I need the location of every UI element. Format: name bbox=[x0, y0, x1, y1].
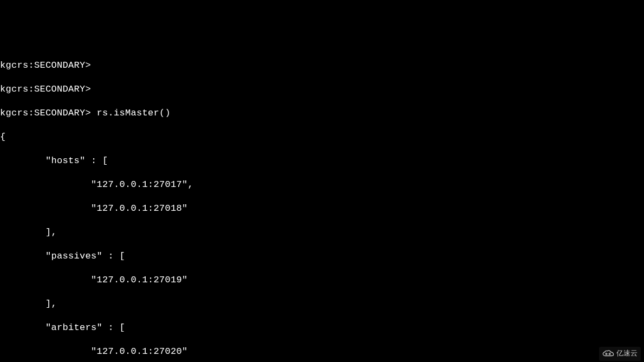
svg-point-1 bbox=[609, 353, 610, 355]
watermark-text: 亿速云 bbox=[616, 348, 638, 360]
cloud-icon bbox=[602, 350, 614, 358]
terminal-output[interactable]: kgcrs:SECONDARY> kgcrs:SECONDARY> kgcrs:… bbox=[0, 48, 644, 362]
terminal-line: "127.0.0.1:27020" bbox=[0, 346, 644, 358]
terminal-line: "127.0.0.1:27018" bbox=[0, 203, 644, 215]
terminal-line: kgcrs:SECONDARY> rs.isMaster() bbox=[0, 107, 644, 119]
terminal-line: "127.0.0.1:27017", bbox=[0, 179, 644, 191]
terminal-line: "hosts" : [ bbox=[0, 155, 644, 167]
terminal-line: "127.0.0.1:27019" bbox=[0, 274, 644, 286]
terminal-line: "arbiters" : [ bbox=[0, 322, 644, 334]
terminal-line: ], bbox=[0, 298, 644, 310]
terminal-line: "passives" : [ bbox=[0, 250, 644, 262]
svg-point-0 bbox=[606, 353, 607, 355]
watermark: 亿速云 bbox=[599, 347, 641, 361]
terminal-line: kgcrs:SECONDARY> bbox=[0, 60, 644, 72]
terminal-line: { bbox=[0, 131, 644, 143]
terminal-line: kgcrs:SECONDARY> bbox=[0, 83, 644, 95]
terminal-line: ], bbox=[0, 227, 644, 238]
